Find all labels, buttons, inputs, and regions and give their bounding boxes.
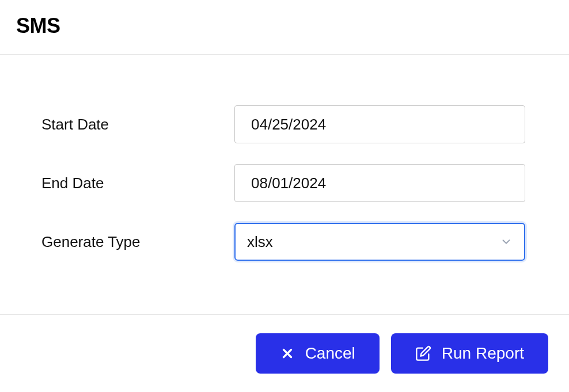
generate-type-label: Generate Type <box>41 233 234 251</box>
start-date-row: Start Date <box>41 105 528 143</box>
end-date-label: End Date <box>41 174 234 192</box>
report-form: Start Date End Date Generate Type xlsx <box>0 55 569 316</box>
run-report-button[interactable]: Run Report <box>391 333 548 374</box>
page-title: SMS <box>16 14 553 38</box>
generate-type-value: xlsx <box>247 233 500 251</box>
page-header: SMS <box>0 0 569 55</box>
end-date-row: End Date <box>41 164 528 202</box>
generate-type-row: Generate Type xlsx <box>41 223 528 261</box>
edit-icon <box>415 345 431 361</box>
chevron-down-icon <box>500 235 513 248</box>
start-date-label: Start Date <box>41 116 234 134</box>
cancel-button-label: Cancel <box>305 344 355 363</box>
cancel-button[interactable]: Cancel <box>256 333 380 374</box>
run-report-button-label: Run Report <box>442 344 524 363</box>
start-date-input[interactable] <box>234 105 525 143</box>
generate-type-select[interactable]: xlsx <box>234 223 525 261</box>
footer-actions: Cancel Run Report <box>0 314 569 392</box>
close-icon <box>280 346 295 361</box>
end-date-input[interactable] <box>234 164 525 202</box>
